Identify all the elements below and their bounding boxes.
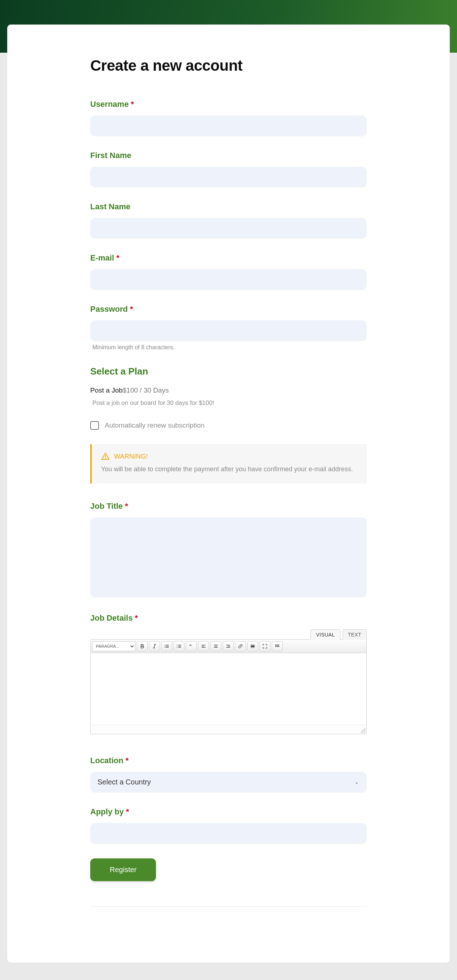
bold-icon xyxy=(139,643,145,649)
required-marker: * xyxy=(126,756,129,765)
label-job-title-text: Job Title xyxy=(90,501,123,511)
submit-row: Register xyxy=(90,858,367,881)
tab-visual[interactable]: VISUAL xyxy=(311,629,340,640)
italic-button[interactable] xyxy=(149,641,160,651)
quote-button[interactable]: “ xyxy=(186,641,197,651)
svg-point-6 xyxy=(165,646,165,647)
label-username-text: Username xyxy=(90,100,129,108)
plan-section-title: Select a Plan xyxy=(90,366,367,377)
svg-line-4 xyxy=(154,644,155,648)
svg-text:3: 3 xyxy=(177,647,178,648)
label-password: Password * xyxy=(90,304,367,314)
insert-button[interactable] xyxy=(247,641,258,651)
label-last-name: Last Name xyxy=(90,202,367,212)
label-job-details-text: Job Details xyxy=(90,613,132,622)
ol-button[interactable]: 123 xyxy=(174,641,185,651)
last-name-input[interactable] xyxy=(90,218,367,238)
required-marker: * xyxy=(126,807,129,816)
auto-renew-checkbox[interactable] xyxy=(90,421,99,430)
page-title: Create a new account xyxy=(90,57,367,74)
warning-box: WARNING! You will be able to complete th… xyxy=(90,444,367,484)
location-select[interactable]: Select a Country xyxy=(90,772,367,792)
fullscreen-button[interactable] xyxy=(260,641,271,651)
job-title-input[interactable] xyxy=(90,517,367,597)
warning-title: WARNING! xyxy=(114,453,148,460)
link-icon xyxy=(237,643,243,649)
required-marker: * xyxy=(135,613,138,622)
password-hint: Minimum length of 8 characters. xyxy=(90,344,367,351)
align-right-button[interactable] xyxy=(223,641,234,651)
warning-text: You will be able to complete the payment… xyxy=(101,465,357,474)
align-left-button[interactable] xyxy=(198,641,209,651)
fullscreen-icon xyxy=(262,643,268,649)
field-apply-by: Apply by * xyxy=(90,807,367,843)
label-password-text: Password xyxy=(90,304,128,313)
warning-icon xyxy=(101,452,110,461)
field-job-details: Job Details * VISUAL TEXT PARAGRA... 123… xyxy=(90,613,367,734)
required-marker: * xyxy=(130,304,133,313)
plan-description: Post a job on our board for 30 days for … xyxy=(90,399,367,407)
editor-content-area[interactable] xyxy=(91,653,366,725)
required-marker: * xyxy=(125,501,128,511)
field-first-name: First Name xyxy=(90,151,367,187)
auto-renew-row: Automatically renew subscription xyxy=(90,421,367,430)
quote-icon: “ xyxy=(188,643,194,649)
label-username: Username * xyxy=(90,100,367,109)
label-location: Location * xyxy=(90,756,367,765)
svg-point-5 xyxy=(165,645,165,646)
svg-rect-33 xyxy=(275,646,277,647)
svg-rect-35 xyxy=(278,646,279,647)
svg-rect-27 xyxy=(251,646,255,647)
label-email-text: E-mail xyxy=(90,253,114,262)
svg-point-1 xyxy=(105,458,106,458)
link-button[interactable] xyxy=(235,641,246,651)
svg-rect-34 xyxy=(277,646,278,647)
italic-icon xyxy=(151,643,158,649)
location-select-wrap: Select a Country ⌄ xyxy=(90,772,367,792)
password-input[interactable] xyxy=(90,320,367,340)
align-right-icon xyxy=(225,643,231,649)
svg-rect-31 xyxy=(277,644,278,646)
apply-by-input[interactable] xyxy=(90,823,367,843)
ul-button[interactable] xyxy=(161,641,172,651)
editor-box: PARAGRA... 123 “ xyxy=(90,640,367,734)
field-username: Username * xyxy=(90,100,367,136)
field-password: Password * Minimum length of 8 character… xyxy=(90,304,367,351)
toolbar-toggle-icon xyxy=(274,643,280,649)
field-email: E-mail * xyxy=(90,253,367,290)
svg-rect-32 xyxy=(278,644,279,646)
username-input[interactable] xyxy=(90,116,367,136)
label-apply-by: Apply by * xyxy=(90,807,367,816)
label-email: E-mail * xyxy=(90,253,367,262)
field-location: Location * Select a Country ⌄ xyxy=(90,756,367,792)
email-input[interactable] xyxy=(90,269,367,290)
align-center-button[interactable] xyxy=(210,641,221,651)
auto-renew-label: Automatically renew subscription xyxy=(105,422,205,430)
label-job-title: Job Title * xyxy=(90,501,367,511)
number-list-icon: 123 xyxy=(176,643,182,649)
align-left-icon xyxy=(201,643,207,649)
plan-price: $100 / 30 Days xyxy=(123,387,169,394)
editor-status-bar[interactable] xyxy=(91,725,366,734)
align-center-icon xyxy=(213,643,219,649)
plan-line: Post a Job$100 / 30 Days xyxy=(90,387,367,395)
label-location-text: Location xyxy=(90,756,123,765)
bullet-list-icon xyxy=(164,643,170,649)
field-job-title: Job Title * xyxy=(90,501,367,598)
paragraph-select[interactable]: PARAGRA... xyxy=(92,641,135,651)
svg-text:“: “ xyxy=(189,644,192,649)
warning-head: WARNING! xyxy=(101,452,357,461)
first-name-input[interactable] xyxy=(90,167,367,187)
register-button[interactable]: Register xyxy=(90,858,156,881)
required-marker: * xyxy=(116,253,119,262)
editor-toolbar: PARAGRA... 123 “ xyxy=(91,640,366,653)
label-job-details: Job Details * xyxy=(90,613,367,623)
tab-text[interactable]: TEXT xyxy=(342,629,367,640)
editor-tabs: VISUAL TEXT xyxy=(90,629,367,640)
label-apply-by-text: Apply by xyxy=(90,807,124,816)
required-marker: * xyxy=(131,100,134,108)
field-last-name: Last Name xyxy=(90,202,367,238)
bold-button[interactable] xyxy=(137,641,148,651)
toolbar-toggle-button[interactable] xyxy=(272,641,283,651)
insert-icon xyxy=(250,643,256,649)
